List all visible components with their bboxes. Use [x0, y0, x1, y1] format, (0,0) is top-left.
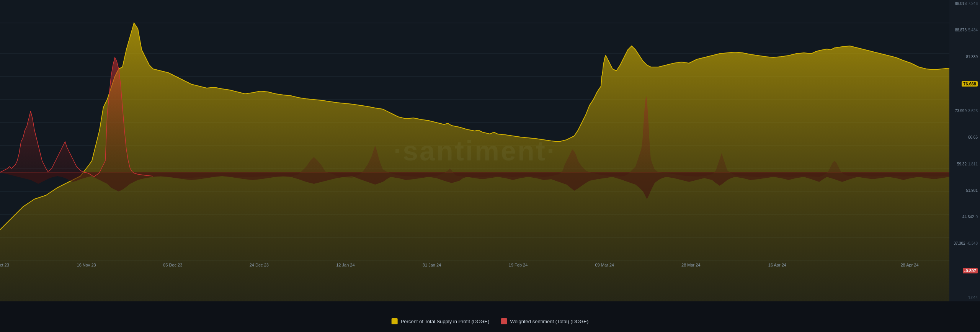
x-tick-9: 16 Apr 24 — [768, 263, 786, 267]
y-tick-66: 66.66 — [949, 135, 980, 139]
y-tick-51: 51.981 — [949, 188, 980, 193]
chart-container: ·santiment· — [0, 0, 980, 332]
y-value-red-highlight: -0.897 — [963, 268, 978, 273]
x-tick-2: 05 Dec 23 — [163, 263, 182, 267]
legend-item-red: Weighted sentiment (Total) (DOGE) — [501, 318, 588, 324]
legend-label-red: Weighted sentiment (Total) (DOGE) — [510, 319, 588, 324]
legend-item-yellow: Percent of Total Supply in Profit (DOGE) — [392, 318, 490, 324]
legend-label-yellow: Percent of Total Supply in Profit (DOGE) — [401, 319, 490, 324]
y-tick-73: 73.999 3.623 — [949, 109, 980, 113]
y-tick-neg-highlight: -0.897 — [949, 268, 980, 273]
y-tick-98: 98.018 7.246 — [949, 2, 980, 6]
y-tick-88: 88.878 5.434 — [949, 28, 980, 32]
y-tick-44: 44.642 0 — [949, 215, 980, 219]
y-value-yellow-highlight: 76.668 — [962, 81, 978, 87]
x-tick-7: 09 Mar 24 — [595, 263, 614, 267]
y-tick-76-highlight: 76.668 — [949, 81, 980, 87]
y-tick-neg-1: -1.044 — [949, 296, 980, 300]
chart-svg — [0, 0, 949, 301]
y-axis-right: 98.018 7.246 88.878 5.434 81.339 76.668 … — [949, 0, 980, 301]
x-tick-4: 12 Jan 24 — [336, 263, 354, 267]
x-tick-0: 28 Oct 23 — [0, 263, 9, 267]
x-tick-8: 28 Mar 24 — [681, 263, 701, 267]
chart-area: ·santiment· — [0, 0, 949, 301]
legend-color-yellow — [392, 318, 398, 324]
legend: Percent of Total Supply in Profit (DOGE)… — [392, 318, 589, 324]
x-tick-3: 24 Dec 23 — [250, 263, 269, 267]
y-tick-81: 81.339 — [949, 55, 980, 59]
legend-color-red — [501, 318, 507, 324]
x-tick-10: 28 Apr 24 — [900, 263, 918, 267]
x-tick-5: 31 Jan 24 — [423, 263, 441, 267]
x-tick-6: 19 Feb 24 — [509, 263, 528, 267]
y-tick-59: 59.32 1.811 — [949, 162, 980, 166]
x-axis: 28 Oct 23 16 Nov 23 05 Dec 23 24 Dec 23 … — [0, 259, 919, 271]
x-tick-1: 16 Nov 23 — [77, 263, 96, 267]
y-tick-neg: 37.302 -0.348 — [949, 241, 980, 245]
